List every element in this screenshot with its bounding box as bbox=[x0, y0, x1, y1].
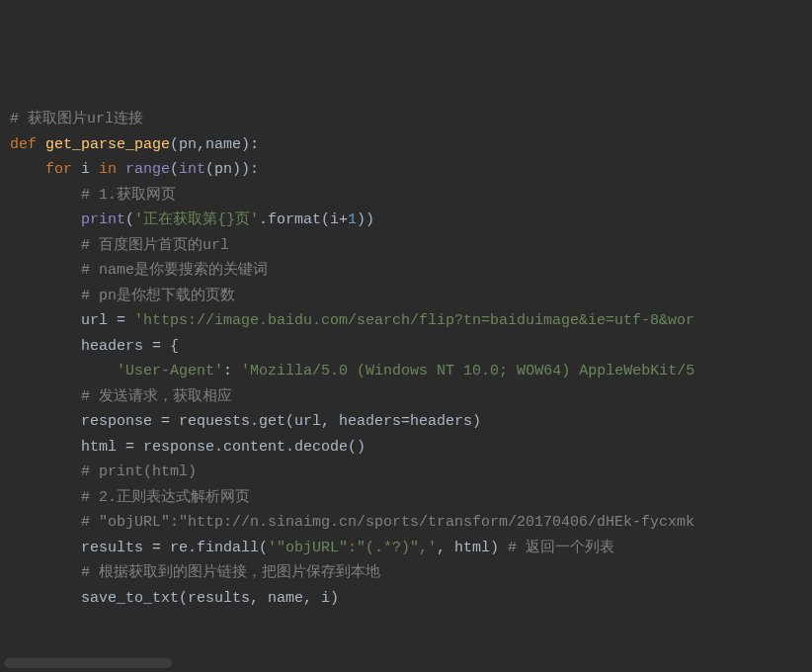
code-line: # 1.获取网页 bbox=[10, 183, 812, 209]
html-decode: html = response.content.decode() bbox=[81, 439, 365, 456]
code-line: results = re.findall('"objURL":"(.*?)",'… bbox=[10, 536, 812, 561]
re-findall: results = re.findall( bbox=[81, 540, 268, 556]
string-key: 'User-Agent' bbox=[117, 363, 223, 379]
string-regex: '"objURL":"(.*?)",' bbox=[268, 540, 437, 556]
string-literal: '正在获取第{}页' bbox=[134, 211, 259, 228]
comment: # 2.正则表达式解析网页 bbox=[81, 489, 250, 506]
code-line: # 2.正则表达式解析网页 bbox=[10, 485, 812, 511]
code-line: # pn是你想下载的页数 bbox=[10, 284, 812, 309]
code-line: # 百度图片首页的url bbox=[10, 233, 812, 259]
code-line: # "objURL":"http://n.sinaimg.cn/sports/t… bbox=[10, 510, 812, 536]
code-editor[interactable]: # 获取图片url连接def get_parse_page(pn,name): … bbox=[10, 107, 812, 611]
code-line: # 根据获取到的图片链接，把图片保存到本地 bbox=[10, 560, 812, 586]
builtin-print: print bbox=[81, 211, 125, 228]
code-line: save_to_txt(results, name, i) bbox=[10, 586, 812, 612]
params: (pn,name): bbox=[170, 136, 259, 153]
requests-get: response = requests.get(url, headers=hea… bbox=[81, 413, 481, 430]
code-line: # name是你要搜索的关键词 bbox=[10, 258, 812, 284]
number-literal: 1 bbox=[348, 211, 357, 228]
comment: # 百度图片首页的url bbox=[81, 237, 229, 254]
function-name: get_parse_page bbox=[45, 136, 170, 153]
string-url: 'https://image.baidu.com/search/flip?tn=… bbox=[134, 312, 694, 329]
code-line: response = requests.get(url, headers=hea… bbox=[10, 409, 812, 435]
comment: # 1.获取网页 bbox=[81, 187, 176, 204]
comment: # "objURL":"http://n.sinaimg.cn/sports/t… bbox=[81, 514, 694, 531]
comment: # 根据获取到的图片链接，把图片保存到本地 bbox=[81, 564, 380, 581]
keyword-for: for bbox=[45, 161, 81, 178]
code-line: # 获取图片url连接 bbox=[10, 107, 812, 132]
code-line: html = response.content.decode() bbox=[10, 435, 812, 461]
comment: # 获取图片url连接 bbox=[10, 111, 143, 127]
comment: # pn是你想下载的页数 bbox=[81, 288, 235, 304]
string-useragent: 'Mozilla/5.0 (Windows NT 10.0; WOW64) Ap… bbox=[241, 363, 694, 379]
builtin-int: int bbox=[179, 161, 205, 178]
headers-assign: headers = { bbox=[81, 338, 179, 355]
horizontal-scrollbar[interactable] bbox=[4, 658, 172, 668]
code-line: for i in range(int(pn)): bbox=[10, 157, 812, 183]
builtin-range: range bbox=[125, 161, 170, 178]
save-to-txt: save_to_txt(results, name, i) bbox=[81, 590, 339, 607]
code-line: print('正在获取第{}页'.format(i+1)) bbox=[10, 208, 812, 233]
comment: # name是你要搜索的关键词 bbox=[81, 262, 268, 279]
comment: # print(html) bbox=[81, 463, 197, 480]
code-line: 'User-Agent': 'Mozilla/5.0 (Windows NT 1… bbox=[10, 359, 812, 384]
comment: # 发送请求，获取相应 bbox=[81, 388, 232, 405]
code-line: # print(html) bbox=[10, 460, 812, 485]
keyword-def: def bbox=[10, 136, 45, 153]
keyword-in: in bbox=[99, 161, 125, 178]
comment: # 返回一个列表 bbox=[508, 540, 614, 556]
code-line: url = 'https://image.baidu.com/search/fl… bbox=[10, 308, 812, 334]
code-line: def get_parse_page(pn,name): bbox=[10, 132, 812, 158]
code-line: headers = { bbox=[10, 334, 812, 360]
code-line: # 发送请求，获取相应 bbox=[10, 384, 812, 410]
